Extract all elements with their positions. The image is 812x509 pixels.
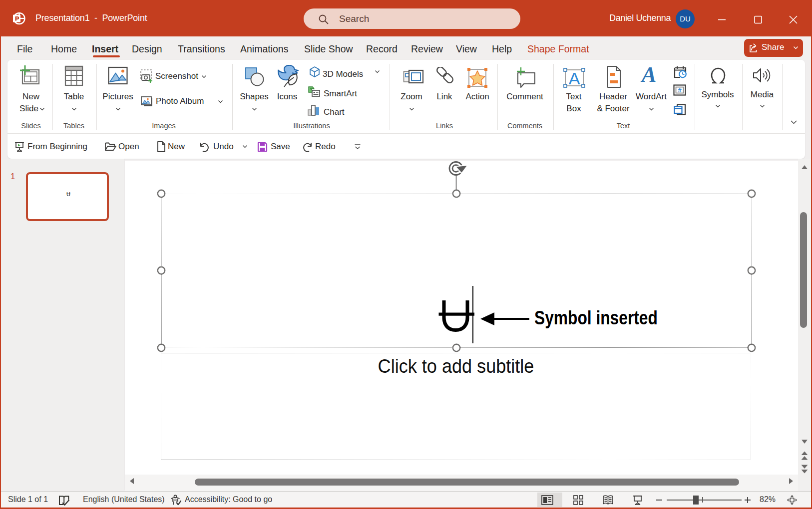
svg-text:#: # [678,86,682,94]
svg-text:A: A [569,69,580,88]
